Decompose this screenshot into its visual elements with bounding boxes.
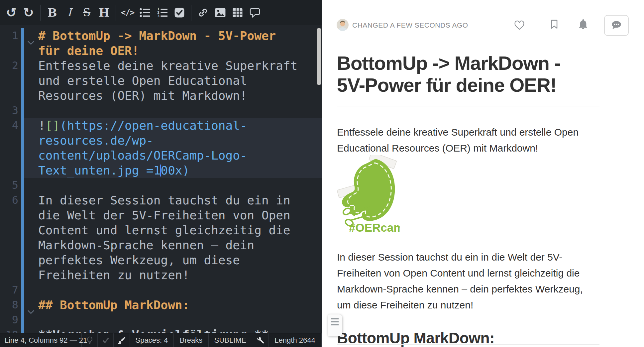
line-content[interactable]: für deine OER! — [24, 43, 322, 58]
theme-toggle[interactable] — [114, 333, 130, 347]
code-token: Content und lernst gleichzeitig die — [38, 223, 290, 237]
editor-line[interactable]: die Welt der 5V-Freiheiten von Open — [0, 208, 322, 223]
editor-line[interactable]: Freiheiten zu nutzen! — [0, 268, 322, 283]
line-number: 2 — [0, 58, 18, 73]
editor-line[interactable]: 8## BottomUp MarkDown: — [0, 297, 322, 312]
line-number — [0, 148, 18, 163]
comments-button[interactable] — [604, 15, 629, 36]
heading-icon: H — [99, 6, 109, 19]
code-block-button[interactable]: </> — [119, 3, 136, 22]
line-content[interactable]: Resources (OER) mit Markdown! — [24, 88, 322, 103]
checklist-button[interactable] — [171, 3, 188, 22]
line-content[interactable]: ## BottomUp MarkDown: — [24, 297, 322, 312]
editor-line[interactable]: 9 — [0, 312, 322, 327]
line-content[interactable] — [24, 312, 322, 327]
insert-table-button[interactable] — [229, 3, 246, 22]
line-content[interactable]: In dieser Session tauchst du ein in — [24, 193, 322, 208]
line-content[interactable]: und erstelle Open Educational — [24, 73, 322, 88]
comment-button[interactable] — [246, 3, 264, 22]
line-content[interactable]: resources.de/wp- — [24, 133, 322, 148]
editor-line[interactable]: Text_unten.jpg =100x) — [0, 163, 322, 178]
authorship-bar — [21, 283, 24, 297]
code-token: **Vorgehen & Vervielfältigung:** — [38, 328, 269, 333]
line-content[interactable]: die Welt der 5V-Freiheiten von Open — [24, 208, 322, 223]
favorite-heart-button[interactable] — [514, 20, 525, 32]
toolbar-divider — [191, 5, 191, 21]
editor-line[interactable]: Resources (OER) mit Markdown! — [0, 88, 322, 103]
line-content[interactable]: Entfessele deine kreative Superkraft — [24, 58, 322, 73]
notifications-bell-button[interactable] — [578, 19, 588, 31]
oercamp-logo: #OERcamp — [337, 155, 400, 234]
line-content[interactable]: # BottomUp -> MarkDown - 5V-Power — [24, 28, 322, 43]
authorship-bar — [21, 133, 24, 148]
strikethrough-button[interactable]: S — [78, 3, 95, 22]
line-content[interactable]: Markdown-Sprache kennen – dein — [24, 238, 322, 253]
editor-line[interactable]: resources.de/wp- — [0, 133, 322, 148]
line-number — [0, 88, 18, 103]
editor-line[interactable]: content/uploads/OERCamp-Logo- — [0, 148, 322, 163]
pane-divider[interactable] — [322, 0, 328, 347]
editor-line[interactable]: 1# BottomUp -> MarkDown - 5V-Power — [0, 28, 322, 43]
editor-line[interactable]: 5 — [0, 178, 322, 193]
line-content[interactable]: ![](https://open-educational- — [24, 118, 322, 133]
editor-line[interactable]: 7 — [0, 283, 322, 297]
line-content[interactable] — [24, 178, 322, 193]
line-content[interactable]: Content und lernst gleichzeitig die — [24, 223, 322, 238]
line-content[interactable]: perfektes Werkzeug, um diese — [24, 253, 322, 268]
insert-image-button[interactable] — [212, 3, 229, 22]
line-content[interactable] — [24, 283, 322, 297]
heading-button[interactable]: H — [95, 3, 113, 22]
favorite-heart-icon — [514, 20, 525, 30]
line-number — [0, 238, 18, 253]
editor-line[interactable]: perfektes Werkzeug, um diese — [0, 253, 322, 268]
numbered-list-button[interactable]: 123 — [154, 3, 171, 22]
bold-button[interactable]: B — [44, 3, 61, 22]
oercamp-logo-text: #OERcamp — [349, 221, 400, 234]
author-avatar[interactable] — [337, 19, 349, 31]
editor-line[interactable]: 2Entfessele deine kreative Superkraft — [0, 58, 322, 73]
code-token: ! — [38, 119, 46, 132]
line-content[interactable]: **Vorgehen & Vervielfältigung:** — [24, 327, 322, 333]
line-content[interactable]: Text_unten.jpg =100x) — [24, 163, 322, 178]
authorship-bar — [21, 163, 24, 178]
document-title: BottomUp -> MarkDown - 5V-Power für dein… — [337, 52, 586, 96]
editor-line[interactable]: 10**Vorgehen & Vervielfältigung:** — [0, 327, 322, 333]
line-number: 5 — [0, 178, 18, 193]
editor-line[interactable]: und erstelle Open Educational — [0, 73, 322, 88]
editor-line[interactable]: für deine OER! — [0, 43, 322, 58]
check-icon — [102, 337, 109, 344]
bold-icon: B — [48, 6, 57, 19]
night-mode-toggle[interactable] — [82, 333, 98, 347]
toc-toggle-tab[interactable] — [328, 314, 342, 336]
bullet-list-button[interactable] — [136, 3, 154, 22]
editor-line[interactable]: Markdown-Sprache kennen – dein — [0, 238, 322, 253]
editor-preferences[interactable] — [252, 333, 268, 347]
code-token: 00x) — [161, 164, 189, 177]
spellcheck-toggle[interactable] — [98, 333, 114, 347]
bookmark-button[interactable] — [550, 19, 559, 31]
line-content[interactable] — [24, 103, 322, 118]
code-token: Markdown-Sprache kennen – dein — [38, 238, 254, 252]
line-number — [0, 208, 18, 223]
authorship-bar — [21, 297, 24, 312]
indent-setting[interactable]: Spaces: 4 — [130, 333, 174, 347]
editor-line[interactable]: 4![](https://open-educational- — [0, 118, 322, 133]
redo-button[interactable]: ↻ — [20, 3, 37, 22]
keymap-setting[interactable]: SUBLIME — [209, 333, 252, 347]
italic-button[interactable]: I — [61, 3, 78, 22]
authorship-bar — [21, 208, 24, 223]
editor-line[interactable]: 3 — [0, 103, 322, 118]
authorship-bar — [21, 327, 24, 333]
authorship-bar — [21, 28, 24, 43]
insert-link-button[interactable] — [194, 3, 212, 22]
editor-line[interactable]: 6In dieser Session tauchst du ein in — [0, 193, 322, 208]
line-content[interactable]: Freiheiten zu nutzen! — [24, 268, 322, 283]
editor-line[interactable]: Content und lernst gleichzeitig die — [0, 223, 322, 238]
undo-button[interactable]: ↺ — [3, 3, 20, 22]
code-token: Text_unten.jpg =1 — [38, 164, 161, 177]
code-editor[interactable]: 1# BottomUp -> MarkDown - 5V-Powerfür de… — [0, 26, 322, 333]
line-number: 4 — [0, 118, 18, 133]
line-content[interactable]: content/uploads/OERCamp-Logo- — [24, 148, 322, 163]
editor-scrollbar-thumb[interactable] — [317, 28, 321, 85]
linebreaks-setting[interactable]: Breaks — [174, 333, 209, 347]
